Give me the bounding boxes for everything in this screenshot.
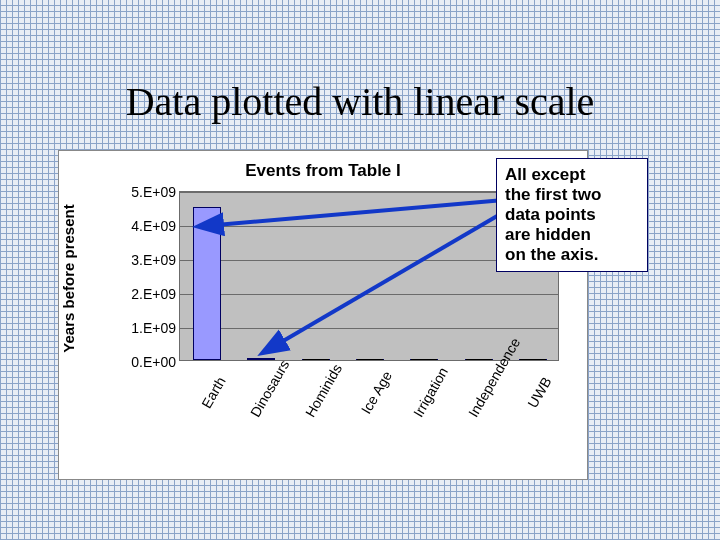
- y-axis-label-text: Years before present: [60, 204, 77, 352]
- x-tick-label: Irrigation: [410, 365, 451, 420]
- annotation-line: the first two: [505, 185, 639, 205]
- x-tick-label: Hominids: [302, 365, 343, 420]
- x-tick-label: Dinosaurs: [247, 365, 288, 420]
- annotation-line: All except: [505, 165, 639, 185]
- gridline: [180, 328, 558, 329]
- bar: [193, 207, 221, 360]
- annotation-line: data points: [505, 205, 639, 225]
- x-tick-label: Ice Age: [356, 365, 397, 420]
- bar: [356, 359, 384, 360]
- annotation-line: are hidden: [505, 225, 639, 245]
- x-tick-label: Independence: [465, 365, 506, 420]
- bar: [247, 358, 275, 360]
- annotation-line: on the axis.: [505, 245, 639, 265]
- bar: [302, 359, 330, 360]
- y-tick-label: 0.E+00: [131, 354, 176, 370]
- y-axis-label: Years before present: [57, 187, 79, 369]
- y-tick-label: 1.E+09: [131, 320, 176, 336]
- annotation-box: All except the first two data points are…: [496, 158, 648, 272]
- gridline: [180, 294, 558, 295]
- y-tick-label: 3.E+09: [131, 252, 176, 268]
- bar: [465, 359, 493, 360]
- page-title: Data plotted with linear scale: [0, 78, 720, 125]
- y-tick-label: 5.E+09: [131, 184, 176, 200]
- bar: [410, 359, 438, 360]
- y-tick-label: 4.E+09: [131, 218, 176, 234]
- bar: [519, 359, 547, 360]
- slide: Data plotted with linear scale Events fr…: [0, 0, 720, 540]
- x-tick-label: UWB: [519, 365, 560, 420]
- x-tick-label: Earth: [193, 365, 234, 420]
- y-tick-label: 2.E+09: [131, 286, 176, 302]
